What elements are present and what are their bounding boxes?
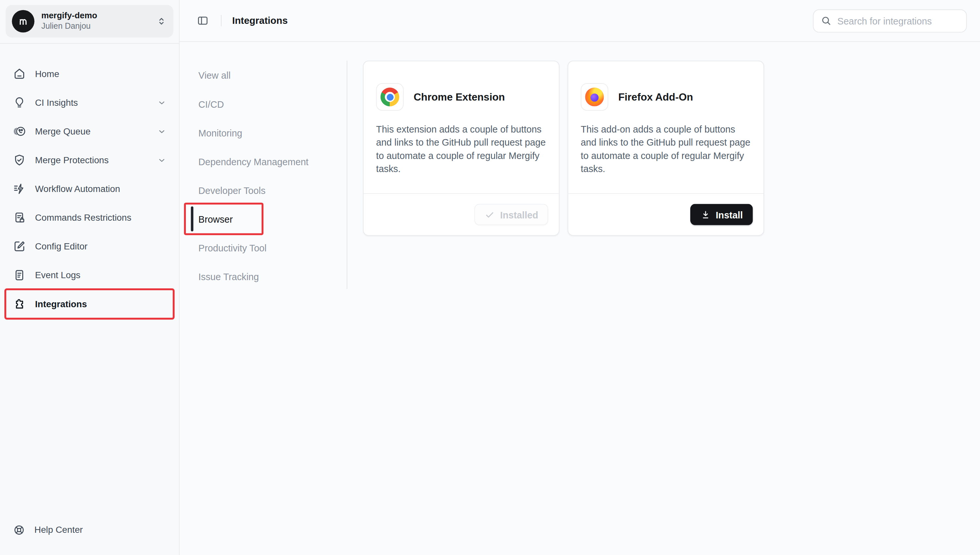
merge-queue-icon	[13, 124, 26, 138]
check-icon	[484, 209, 495, 220]
event-logs-icon	[13, 268, 26, 282]
integrations-content: View all CI/CD Monitoring Dependency Man…	[180, 42, 980, 555]
integration-description: This extension adds a couple of buttons …	[363, 111, 559, 175]
category-label: View all	[198, 70, 231, 81]
integration-card-firefox-add-on: Firefox Add-On This add-on adds a couple…	[568, 61, 765, 236]
sidebar-item-workflow-automation[interactable]: Workflow Automation	[6, 175, 173, 202]
search-box[interactable]	[813, 9, 967, 32]
app-window: mergify-demo Julien Danjou Home	[0, 0, 980, 555]
main-area: Integrations View all CI/CD Monitoring D…	[180, 0, 980, 555]
category-label: CI/CD	[198, 99, 224, 109]
sidebar-item-label: Merge Queue	[35, 126, 157, 136]
installed-button: Installed	[474, 204, 548, 225]
sidebar-item-event-logs[interactable]: Event Logs	[6, 261, 173, 289]
sidebar-item-config-editor[interactable]: Config Editor	[6, 233, 173, 260]
sidebar-item-label: Config Editor	[35, 241, 166, 251]
sidebar-item-label: Merge Protections	[35, 155, 157, 165]
mergify-logo-avatar	[12, 10, 34, 33]
integration-description: This add-on adds a couple of buttons and…	[568, 111, 763, 175]
config-editor-icon	[13, 240, 26, 253]
search-input[interactable]	[837, 15, 959, 26]
download-icon	[700, 209, 711, 220]
integration-title: Firefox Add-On	[619, 91, 693, 103]
firefox-logo-tile	[581, 83, 608, 111]
puzzle-icon	[13, 297, 26, 311]
category-label: Issue Tracking	[198, 271, 259, 282]
category-label: Browser	[198, 213, 233, 224]
category-developer-tools[interactable]: Developer Tools	[198, 176, 347, 204]
install-button-label: Install	[716, 209, 743, 220]
install-button[interactable]: Install	[690, 204, 753, 225]
sidebar-nav: Home CI Insights Merge Queue	[0, 44, 179, 318]
help-center-link[interactable]: Help Center	[6, 517, 173, 542]
category-monitoring[interactable]: Monitoring	[198, 118, 347, 147]
sidebar-item-label: Integrations	[35, 299, 166, 309]
search-icon	[820, 15, 831, 26]
life-buoy-icon	[13, 523, 26, 536]
chevron-up-down-icon	[156, 16, 167, 27]
integration-title: Chrome Extension	[414, 91, 505, 103]
sidebar-item-merge-queue[interactable]: Merge Queue	[6, 117, 173, 145]
category-label: Dependency Management	[198, 156, 308, 167]
sidebar-item-ci-insights[interactable]: CI Insights	[6, 89, 173, 116]
category-browser[interactable]: Browser	[198, 204, 347, 233]
lightbulb-icon	[13, 96, 26, 109]
topbar: Integrations	[180, 0, 980, 42]
card-footer: Installed	[363, 193, 559, 235]
category-productivity-tool[interactable]: Productivity Tool	[198, 233, 347, 262]
selected-category-indicator	[191, 206, 193, 231]
category-label: Productivity Tool	[198, 242, 267, 253]
category-view-all[interactable]: View all	[198, 61, 347, 90]
sidebar-item-home[interactable]: Home	[6, 60, 173, 88]
sidebar: mergify-demo Julien Danjou Home	[0, 0, 180, 555]
category-ci-cd[interactable]: CI/CD	[198, 90, 347, 118]
workspace-owner: Julien Danjou	[41, 22, 156, 32]
workspace-switcher[interactable]: mergify-demo Julien Danjou	[6, 5, 173, 37]
sidebar-item-merge-protections[interactable]: Merge Protections	[6, 146, 173, 174]
firefox-logo-icon	[585, 88, 604, 106]
chevron-down-icon	[157, 98, 167, 107]
category-label: Monitoring	[198, 127, 242, 138]
topbar-divider	[221, 15, 222, 26]
mergify-logo-icon	[16, 14, 30, 28]
sidebar-item-commands-restrictions[interactable]: Commands Restrictions	[6, 204, 173, 231]
page-title: Integrations	[232, 15, 288, 26]
category-list: View all CI/CD Monitoring Dependency Man…	[180, 42, 347, 290]
installed-button-label: Installed	[500, 209, 538, 220]
chevron-down-icon	[157, 156, 167, 165]
sidebar-item-label: Commands Restrictions	[35, 213, 166, 223]
category-label: Developer Tools	[198, 185, 265, 196]
integration-card-chrome-extension: Chrome Extension This extension adds a c…	[363, 61, 559, 236]
panel-left-icon	[197, 14, 209, 27]
sidebar-item-label: CI Insights	[35, 98, 157, 108]
sidebar-item-label: Workflow Automation	[35, 184, 166, 194]
sidebar-toggle-button[interactable]	[193, 11, 212, 30]
workflow-automation-icon	[13, 182, 26, 196]
document-lock-icon	[13, 211, 26, 225]
chrome-logo-tile	[376, 83, 403, 111]
card-footer: Install	[568, 193, 763, 235]
chrome-logo-icon	[381, 88, 399, 106]
category-issue-tracking[interactable]: Issue Tracking	[198, 262, 347, 291]
shield-check-icon	[13, 153, 26, 167]
sidebar-item-integrations[interactable]: Integrations	[6, 290, 173, 318]
integration-cards: Chrome Extension This extension adds a c…	[347, 42, 764, 236]
chevron-down-icon	[157, 127, 167, 136]
workspace-name: mergify-demo	[41, 11, 156, 21]
help-center-label: Help Center	[34, 525, 83, 535]
home-icon	[13, 67, 26, 81]
sidebar-item-label: Event Logs	[35, 270, 166, 281]
sidebar-item-label: Home	[35, 69, 166, 79]
category-dependency-management[interactable]: Dependency Management	[198, 147, 347, 176]
